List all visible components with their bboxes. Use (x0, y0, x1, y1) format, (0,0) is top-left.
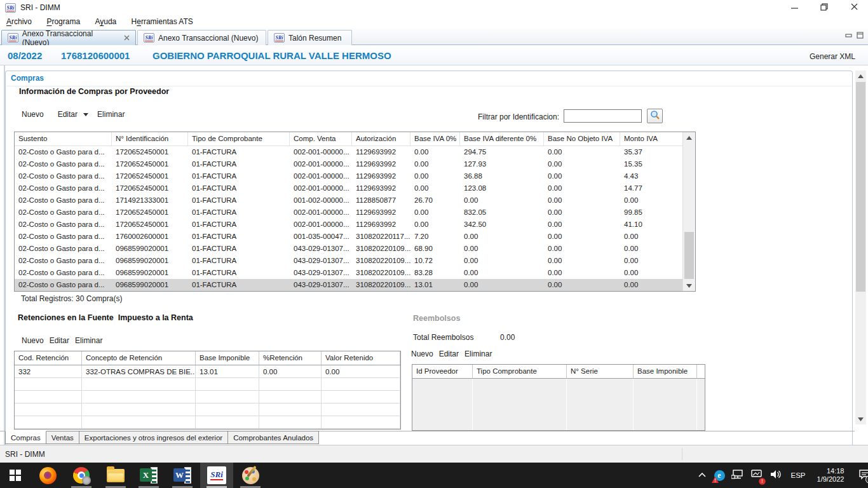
nuevo-button[interactable]: Nuevo (22, 110, 44, 119)
table-cell: 01-FACTURA (188, 207, 290, 219)
eliminar-button[interactable]: Eliminar (97, 110, 125, 119)
table-row[interactable]: 02-Costo o Gasto para d...17149213330010… (15, 194, 684, 207)
tray-network[interactable] (728, 463, 747, 488)
tab-exportaciones[interactable]: Exportaciones y otros ingresos del exter… (79, 431, 228, 444)
clock[interactable]: 14:18 1/9/2022 (811, 463, 850, 488)
table-row[interactable]: 332332-OTRAS COMPRAS DE BIE...13.010.000… (15, 365, 400, 378)
table-cell: 043-029-01307... (290, 267, 352, 279)
table-cell: 0.00 (544, 207, 620, 219)
tab-ventas[interactable]: Ventas (46, 431, 79, 444)
table-cell: 1720652450001 (112, 158, 188, 170)
scroll-up-icon[interactable] (855, 71, 866, 81)
column-header[interactable]: %Retención (259, 351, 322, 365)
table-row[interactable]: 02-Costo o Gasto para d...17600026000010… (15, 231, 684, 243)
column-header[interactable]: N° Serie (567, 365, 634, 378)
column-header[interactable]: Autorización (352, 132, 410, 146)
eliminar-button[interactable]: Eliminar (75, 336, 102, 345)
status-divider (682, 448, 682, 460)
taskbar-chrome[interactable] (65, 463, 98, 488)
tray-display-alert[interactable]: ! (747, 463, 766, 488)
column-header[interactable]: Sustento (15, 132, 112, 146)
table-row[interactable]: 02-Costo o Gasto para d...17206524500010… (15, 207, 684, 219)
table-row[interactable]: 02-Costo o Gasto para d...17206524500010… (15, 219, 684, 231)
table-row[interactable]: 02-Costo o Gasto para d...17206524500010… (15, 158, 684, 170)
table-cell: 0968599020001 (112, 255, 188, 267)
taskbar-word[interactable]: W (166, 463, 199, 488)
column-header[interactable]: Base Imponible (634, 365, 697, 378)
editar-button[interactable]: Editar (50, 336, 69, 345)
tab-close-icon[interactable] (124, 34, 130, 43)
minimize-button[interactable] (783, 0, 806, 15)
column-header[interactable]: Comp. Venta (290, 132, 352, 146)
scrollbar-thumb[interactable] (684, 232, 694, 279)
table-row[interactable] (15, 416, 400, 429)
column-header[interactable]: Id Proveedor (412, 365, 473, 378)
tab-anexo-transaccional-1[interactable]: SRi Anexo Transaccional (Nuevo) (1, 30, 136, 45)
tray-volume[interactable] (766, 463, 785, 488)
table-cell: 13.01 (410, 279, 460, 291)
table-row[interactable] (15, 378, 400, 391)
column-header[interactable]: N° Identificación (112, 132, 188, 146)
table-row[interactable]: 02-Costo o Gasto para d...09685990200010… (15, 255, 684, 267)
taskbar-file-explorer[interactable] (99, 463, 132, 488)
scroll-down-icon[interactable] (683, 280, 695, 291)
tab-compras[interactable]: Compras (5, 431, 46, 444)
scroll-up-icon[interactable] (683, 132, 695, 143)
chevron-down-icon[interactable] (83, 113, 88, 116)
table-row[interactable]: 02-Costo o Gasto para d...09685990200010… (15, 267, 684, 279)
filter-label: Filtrar por Identificacion: (478, 112, 559, 121)
table-row[interactable]: 02-Costo o Gasto para d...17206524500010… (15, 182, 684, 194)
menu-ayuda[interactable]: Ayuda (88, 15, 123, 29)
table-row[interactable]: 02-Costo o Gasto para d...09685990200010… (15, 243, 684, 255)
language-indicator[interactable]: ESP (785, 463, 811, 488)
table-row[interactable]: 02-Costo o Gasto para d...09685990200010… (15, 279, 684, 291)
table-cell: 01-FACTURA (188, 279, 290, 291)
tab-anexo-transaccional-2[interactable]: SRi Anexo Transaccional (Nuevo) (137, 30, 266, 45)
table-row[interactable] (15, 391, 400, 403)
taskbar-sri-dimm[interactable]: SRi (200, 463, 233, 488)
generar-xml-button[interactable]: Generar XML (810, 52, 855, 61)
tray-eset[interactable]: e ! (710, 463, 728, 488)
tray-expand-button[interactable] (694, 463, 710, 488)
taskbar-excel[interactable]: X (132, 463, 165, 488)
nuevo-button[interactable]: Nuevo (22, 336, 44, 345)
view-maximize-button[interactable] (855, 32, 865, 40)
column-header[interactable]: Tipo Comprobante (473, 365, 567, 378)
column-header[interactable]: Base Imponible (196, 351, 259, 365)
menu-programa[interactable]: Programa (40, 15, 86, 29)
filter-input[interactable] (564, 109, 642, 123)
table-row[interactable] (15, 403, 400, 416)
taskbar-firefox[interactable] (31, 463, 64, 488)
menu-archivo[interactable]: Archivo (0, 15, 38, 29)
restore-button[interactable] (813, 0, 836, 15)
close-button[interactable] (843, 0, 865, 15)
view-minimize-button[interactable] (844, 32, 853, 40)
table-row[interactable]: 02-Costo o Gasto para d...17206524500010… (15, 170, 684, 182)
column-header[interactable]: Tipo de Comprobante (188, 132, 290, 146)
table-cell: 0.00 (620, 194, 684, 207)
taskbar-paint[interactable] (234, 463, 267, 488)
compras-table-scrollbar[interactable] (682, 132, 695, 291)
main-scrollbar[interactable] (855, 71, 866, 424)
search-button[interactable] (647, 109, 663, 123)
table-row[interactable]: 02-Costo o Gasto para d...17206524500010… (15, 146, 684, 158)
scrollbar-thumb[interactable] (856, 82, 865, 292)
editar-button[interactable]: Editar (58, 110, 78, 119)
scroll-down-icon[interactable] (855, 414, 866, 424)
column-header[interactable]: Base IVA diferente 0% (460, 132, 544, 146)
start-button[interactable] (0, 463, 31, 488)
column-header[interactable]: Monto IVA (620, 132, 684, 146)
column-header[interactable]: Concepto de Retención (82, 351, 196, 365)
column-header[interactable]: Valor Retenido (322, 351, 400, 365)
tab-talon-resumen[interactable]: SRi Talón Resumen (268, 30, 352, 45)
eliminar-button[interactable]: Eliminar (465, 349, 492, 358)
menu-herramientas-ats[interactable]: Herramientas ATS (125, 15, 200, 29)
column-header[interactable]: Base No Objeto IVA (544, 132, 620, 146)
editar-button[interactable]: Editar (439, 349, 459, 358)
notification-center-button[interactable]: 1 (850, 463, 868, 488)
column-header[interactable]: Base IVA 0% (410, 132, 460, 146)
nuevo-button[interactable]: Nuevo (411, 349, 433, 358)
view-minimize-icon (845, 32, 852, 41)
column-header[interactable]: Cod. Retención (15, 351, 82, 365)
tab-comprobantes-anulados[interactable]: Comprobantes Anulados (228, 431, 319, 444)
